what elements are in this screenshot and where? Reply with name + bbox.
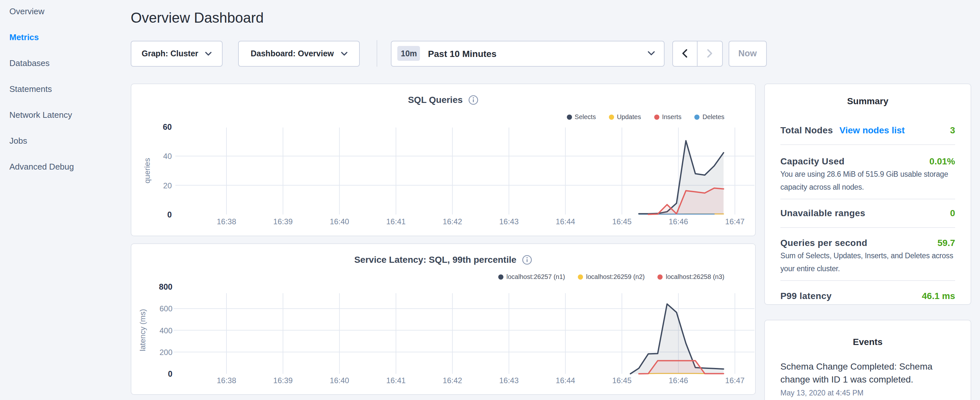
svg-text:16:39: 16:39 [273, 376, 293, 384]
info-icon[interactable] [522, 255, 532, 265]
chart-title-row: SQL Queries [131, 94, 755, 105]
sidebar-item-databases[interactable]: Databases [10, 57, 49, 69]
divider [780, 199, 955, 199]
summary-row-capacity-used: Capacity Used 0.01% You are using 28.6 M… [780, 156, 955, 193]
svg-text:800: 800 [159, 282, 172, 291]
svg-text:16:38: 16:38 [216, 376, 236, 384]
divider [780, 227, 955, 228]
svg-text:0: 0 [167, 210, 172, 219]
event-item-text[interactable]: Schema Change Completed: Schema change w… [780, 360, 955, 386]
svg-text:600: 600 [159, 304, 172, 312]
info-icon[interactable] [468, 95, 478, 105]
sidebar-item-statements[interactable]: Statements [10, 83, 52, 94]
summary-row-p99-latency: P99 latency 46.1 ms [780, 290, 955, 301]
svg-text:60: 60 [162, 122, 172, 131]
sidebar-item-advanced-debug[interactable]: Advanced Debug [10, 161, 74, 172]
svg-text:16:39: 16:39 [273, 217, 293, 226]
time-range-badge: 10m [398, 46, 420, 61]
dashboard-dropdown[interactable]: Dashboard: Overview [239, 40, 360, 67]
svg-text:16:43: 16:43 [499, 217, 518, 226]
sql-queries-plot[interactable]: 16:3816:3916:4016:4116:4216:4316:4416:45… [131, 84, 756, 237]
legend-dot [694, 114, 700, 120]
legend-label: localhost:26259 (n2) [586, 273, 645, 280]
app-root: OverviewMetricsDatabasesStatementsNetwor… [0, 0, 980, 400]
svg-text:queries: queries [142, 158, 151, 183]
time-forward-button[interactable] [698, 41, 722, 66]
summary-label: Queries per second [780, 237, 867, 248]
svg-text:200: 200 [159, 347, 172, 356]
svg-text:16:44: 16:44 [555, 217, 575, 226]
chevron-right-icon [707, 49, 713, 58]
sidebar: OverviewMetricsDatabasesStatementsNetwor… [0, 0, 130, 400]
events-card: Events Schema Change Completed: Schema c… [764, 319, 971, 400]
summary-label: Total Nodes [780, 125, 833, 136]
legend-item[interactable]: localhost:26257 (n1) [498, 273, 565, 280]
chart-title: SQL Queries [408, 94, 463, 105]
svg-text:16:47: 16:47 [725, 376, 744, 384]
legend-label: Selects [574, 113, 596, 120]
divider [780, 144, 955, 145]
legend-item[interactable]: Inserts [654, 113, 681, 120]
summary-value: 3 [950, 125, 955, 136]
toolbar-divider [376, 40, 377, 67]
svg-text:20: 20 [163, 181, 172, 190]
summary-value: 0.01% [929, 156, 955, 167]
summary-value: 46.1 ms [922, 290, 955, 301]
time-range-label: Past 10 Minutes [428, 49, 496, 59]
summary-value: 59.7 [938, 237, 955, 248]
summary-row-unavailable-ranges: Unavailable ranges 0 [780, 208, 955, 219]
legend-dot [566, 114, 572, 120]
view-nodes-list-link[interactable]: View nodes list [840, 125, 905, 136]
dashboard-dropdown-label: Dashboard: Overview [251, 49, 334, 58]
legend-dot [658, 274, 663, 279]
legend-dot [498, 274, 503, 279]
summary-card: Summary Total Nodes View nodes list 3 Ca… [764, 83, 971, 305]
chart-legend: SelectsUpdatesInsertsDeletes [566, 112, 724, 122]
svg-text:16:41: 16:41 [386, 217, 406, 226]
svg-text:16:44: 16:44 [555, 376, 575, 384]
service-latency-plot[interactable]: 16:3816:3916:4016:4116:4216:4316:4416:45… [131, 244, 756, 395]
event-item-timestamp: May 13, 2020 at 4:45 PM [780, 387, 955, 398]
summary-row-queries-per-second: Queries per second 59.7 Sum of Selects, … [780, 237, 955, 275]
summary-label: Capacity Used [780, 156, 845, 167]
chevron-down-icon [341, 52, 347, 56]
legend-label: Updates [617, 113, 641, 120]
svg-text:16:42: 16:42 [442, 376, 462, 384]
summary-desc: You are using 28.6 MiB of 515.9 GiB usab… [780, 167, 955, 193]
svg-text:16:46: 16:46 [668, 376, 688, 384]
now-button[interactable]: Now [729, 40, 767, 67]
summary-label: P99 latency [780, 290, 832, 301]
time-back-button[interactable] [673, 41, 697, 66]
time-range-selector[interactable]: 10m Past 10 Minutes [391, 40, 665, 67]
svg-text:0: 0 [168, 369, 172, 378]
legend-label: Inserts [662, 113, 681, 120]
sidebar-item-overview[interactable]: Overview [10, 5, 45, 16]
graph-dropdown[interactable]: Graph: Cluster [131, 40, 223, 67]
sidebar-item-network-latency[interactable]: Network Latency [10, 109, 72, 120]
legend-item[interactable]: localhost:26258 (n3) [658, 273, 724, 280]
legend-label: localhost:26258 (n3) [666, 273, 724, 280]
time-nav-group [672, 40, 723, 67]
svg-text:16:38: 16:38 [216, 217, 236, 226]
legend-item[interactable]: Selects [566, 113, 596, 120]
summary-row-total-nodes: Total Nodes View nodes list 3 [780, 125, 955, 136]
chart-card-sql-queries: 16:3816:3916:4016:4116:4216:4316:4416:45… [130, 83, 756, 236]
chart-title-row: Service Latency: SQL, 99th percentile [131, 254, 755, 265]
svg-text:16:43: 16:43 [499, 376, 518, 384]
sidebar-item-metrics[interactable]: Metrics [10, 32, 39, 43]
events-title: Events [780, 336, 955, 347]
sidebar-item-jobs[interactable]: Jobs [10, 135, 27, 146]
svg-text:16:45: 16:45 [612, 217, 631, 226]
chevron-left-icon [682, 49, 687, 58]
chevron-down-icon [205, 52, 212, 56]
legend-item[interactable]: Deletes [694, 113, 724, 120]
legend-label: localhost:26257 (n1) [506, 273, 565, 280]
legend-item[interactable]: localhost:26259 (n2) [578, 273, 645, 280]
summary-title: Summary [780, 96, 955, 107]
chart-card-service-latency: 16:3816:3916:4016:4116:4216:4316:4416:45… [130, 243, 756, 395]
svg-text:16:40: 16:40 [329, 376, 349, 384]
legend-item[interactable]: Updates [609, 113, 641, 120]
summary-label: Unavailable ranges [780, 208, 865, 219]
legend-label: Deletes [702, 113, 724, 120]
svg-text:16:41: 16:41 [386, 376, 406, 384]
